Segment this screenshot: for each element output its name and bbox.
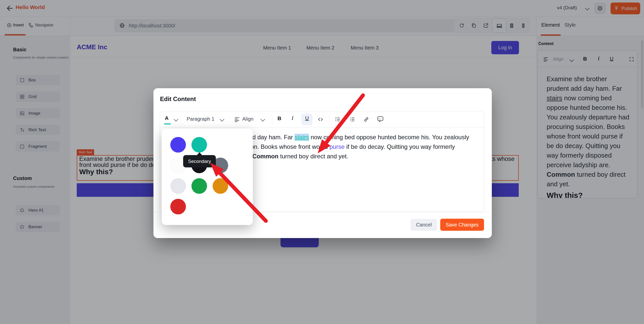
swatch-light-gray[interactable] (170, 178, 186, 194)
cancel-button[interactable]: Cancel (411, 219, 437, 231)
swatch-orange[interactable] (213, 178, 228, 194)
align-label[interactable]: Align (242, 116, 253, 122)
swatch-green[interactable] (191, 178, 207, 194)
underline-button[interactable]: U (305, 115, 309, 121)
align-icon (234, 116, 240, 123)
code-icon (317, 116, 324, 122)
quote-icon (377, 115, 384, 123)
app-window: Hello World v4 (Draft) ⚙ Publish Insert … (0, 0, 644, 324)
selected-underlined-word: stairs (295, 134, 309, 141)
bullet-list-icon (349, 116, 355, 122)
link-button[interactable] (363, 116, 369, 122)
italic-button[interactable]: I (292, 115, 293, 121)
colored-word: purse (330, 143, 345, 150)
text-color-button[interactable]: A (165, 115, 169, 121)
bullet-list-button[interactable] (349, 116, 355, 122)
divider (272, 114, 272, 125)
ordered-list-icon (335, 116, 341, 122)
paragraph-style-dropdown[interactable]: Paragraph 1 (187, 116, 214, 122)
modal-title: Edit Content (160, 96, 196, 103)
text-color-indicator (164, 123, 171, 124)
swatch-tooltip: Secondary (183, 155, 216, 167)
link-icon (363, 116, 369, 122)
bold-button[interactable]: B (277, 115, 281, 121)
code-button[interactable] (317, 116, 324, 122)
swatch-secondary-teal[interactable] (191, 137, 207, 153)
quote-button[interactable] (377, 115, 384, 123)
divider (329, 114, 329, 125)
align-button[interactable] (234, 116, 240, 123)
save-changes-button[interactable]: Save Changes (440, 219, 484, 231)
swatch-red[interactable] (170, 199, 186, 214)
ordered-list-button[interactable] (335, 116, 341, 122)
divider (160, 127, 484, 127)
swatch-primary-blue[interactable] (170, 137, 186, 153)
